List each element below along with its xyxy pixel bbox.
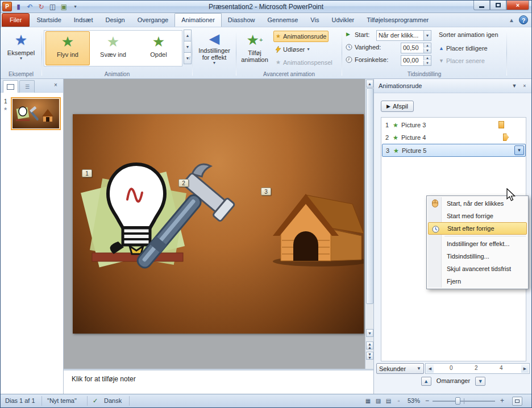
duration-spinner[interactable]: 00,50 ▲ ▼	[401, 43, 431, 53]
slides-tab[interactable]	[3, 80, 18, 93]
animation-item-2-number: 2	[385, 131, 390, 144]
close-slides-panel-icon[interactable]: ×	[54, 82, 57, 88]
animation-pane-icon: ★	[276, 31, 281, 41]
menu-timing[interactable]: Tidsindstilling...	[428, 250, 527, 263]
delay-label: Forsinkelse:	[355, 56, 388, 63]
slide-sorter-view-button[interactable]: ▨	[373, 397, 383, 406]
animation-item-1[interactable]: 1 ★ Picture 3	[382, 119, 525, 131]
spellcheck-icon[interactable]: ✓	[93, 397, 98, 405]
tab-vis[interactable]: Vis	[304, 14, 325, 27]
move-earlier-button[interactable]: ▲ Placer tidligere	[437, 43, 490, 54]
trigger-button[interactable]: Udløser ▾	[273, 44, 312, 55]
scroll-up-icon[interactable]: ▲	[366, 80, 373, 88]
opdel-star-icon: ★	[137, 32, 180, 51]
normal-view-button[interactable]: ▦	[363, 397, 373, 406]
tab-diasshow[interactable]: Diasshow	[222, 14, 261, 27]
pane-close-icon[interactable]: ×	[520, 82, 529, 90]
animation-badge-3[interactable]: 3	[261, 188, 271, 195]
close-button[interactable]: ×	[506, 1, 529, 10]
clipart-bulb-character[interactable]	[81, 164, 186, 268]
animation-badge-2[interactable]: 2	[178, 179, 189, 187]
animation-item-3-star-icon: ★	[393, 144, 399, 157]
theme-name[interactable]: "Nyt tema"	[47, 397, 77, 404]
slideshow-view-button[interactable]: ▫	[394, 397, 404, 406]
tab-animationer[interactable]: Animationer	[174, 13, 222, 27]
lightning-icon	[276, 46, 281, 53]
collapse-ribbon-icon[interactable]: ▲	[509, 17, 514, 23]
delay-up-icon[interactable]: ▲	[423, 56, 431, 60]
tab-udvikler[interactable]: Udvikler	[325, 14, 360, 27]
slide-scrollbar[interactable]: ▲ ▼ ▲▲ ▼▼	[365, 79, 373, 369]
zoom-slider-thumb[interactable]	[455, 397, 460, 405]
group-eksempel: ★ Eksempel ▾ Eksempel	[1, 27, 41, 78]
gallery-item-opdel[interactable]: ★ Opdel	[136, 31, 181, 65]
delay-down-icon[interactable]: ▼	[423, 61, 431, 65]
tab-filer[interactable]: Filer	[2, 13, 30, 27]
zoom-level[interactable]: 53%	[408, 397, 420, 404]
language-indicator[interactable]: Dansk	[104, 397, 122, 404]
animation-item-2-star-icon: ★	[393, 131, 398, 144]
slide-counter: Dias 1 af 1	[5, 397, 35, 404]
seconds-dropdown[interactable]: Sekunder ▼	[376, 363, 424, 374]
animation-item-2-timing-bar[interactable]	[503, 134, 509, 141]
preview-button[interactable]: ★ Eksempel ▾	[5, 30, 37, 69]
reorder-down-button[interactable]: ▼	[475, 377, 485, 386]
menu-remove[interactable]: Fjern	[428, 275, 527, 288]
notes-pane[interactable]: Klik for at tilføje noter	[64, 369, 373, 394]
menu-start-with-previous[interactable]: Start med forrige	[428, 210, 527, 222]
animation-badge-1[interactable]: 1	[82, 169, 92, 177]
tab-tilfojelsesprogrammer[interactable]: Tilføjelsesprogrammer	[360, 14, 435, 27]
slide-thumbnail[interactable]	[11, 97, 61, 130]
start-combo-value: Når der klikk...	[377, 31, 423, 40]
minimize-button[interactable]	[473, 1, 490, 10]
move-later-button[interactable]: ▼ Placer senere	[437, 55, 487, 66]
tab-gennemse[interactable]: Gennemse	[261, 14, 305, 27]
gallery-more-button[interactable]: ▼̸	[184, 52, 192, 64]
outline-tab[interactable]: ☰	[19, 80, 35, 93]
animation-item-3-dropdown-button[interactable]: ▼	[514, 145, 524, 155]
tab-design[interactable]: Design	[99, 14, 131, 27]
tab-startside[interactable]: Startside	[30, 14, 67, 27]
animation-item-1-timing-bar[interactable]	[498, 121, 504, 128]
zoom-out-button[interactable]: −	[422, 397, 432, 406]
animation-painter-button[interactable]: ★ Animationspensel	[273, 57, 335, 68]
start-combo[interactable]: Når der klikk... ▼	[376, 30, 431, 41]
timeline-left-icon[interactable]: ◀	[426, 364, 434, 373]
add-animation-button[interactable]: ★+ Tilføj animation	[238, 30, 271, 69]
clipart-doghouse[interactable]	[273, 194, 364, 267]
play-button[interactable]: ▶ Afspil	[381, 101, 414, 112]
zoom-in-button[interactable]: +	[497, 397, 507, 406]
animation-pane-toggle-button[interactable]: ★ Animationsrude	[273, 31, 329, 42]
tab-indsaet[interactable]: Indsæt	[68, 14, 99, 27]
menu-hide-advanced-timeline[interactable]: Skjul avanceret tidsfrist	[428, 263, 527, 275]
animation-item-2[interactable]: 2 ★ Picture 4	[382, 131, 525, 144]
gallery-item-svaev-ind[interactable]: ★ Svæv ind	[91, 31, 135, 65]
reorder-controls: ▲ Omarranger ▼	[374, 377, 532, 386]
gallery-scroll-up-button[interactable]: ▲	[184, 30, 192, 41]
menu-effect-options[interactable]: Indstillinger for effekt...	[428, 238, 527, 250]
menu-start-after-previous[interactable]: Start efter forrige	[428, 222, 527, 235]
duration-down-icon[interactable]: ▼	[423, 48, 431, 53]
pane-menu-icon[interactable]: ▼	[510, 82, 519, 90]
timeline-right-icon[interactable]: ▶	[521, 364, 529, 373]
tab-overgange[interactable]: Overgange	[131, 14, 174, 27]
maximize-button[interactable]	[490, 1, 506, 10]
effect-options-button[interactable]: ◀ Indstillinger for effekt ▾	[194, 30, 234, 69]
previous-slide-icon[interactable]: ▲▲	[366, 342, 373, 349]
gallery-item-flyv-ind[interactable]: ★ Flyv ind	[45, 31, 90, 65]
reorder-up-button[interactable]: ▲	[421, 377, 431, 386]
animation-item-3[interactable]: 3 ★ Picture 5 ▼	[382, 144, 526, 157]
help-button[interactable]: ?	[519, 15, 528, 24]
scroll-down-icon[interactable]: ▼	[366, 329, 373, 337]
menu-hide-advanced-timeline-label: Skjul avanceret tidsfrist	[447, 265, 511, 272]
slide-canvas[interactable]: 1 2 3	[73, 114, 364, 334]
fit-to-window-button[interactable]	[512, 397, 522, 406]
reading-view-button[interactable]: ▤	[384, 397, 393, 406]
duration-up-icon[interactable]: ▲	[423, 43, 431, 48]
next-slide-icon[interactable]: ▼▼	[366, 352, 373, 360]
gallery-scroll-down-button[interactable]: ▼	[184, 41, 192, 53]
group-label-tidsindstilling: Tidsindstilling	[342, 71, 506, 77]
flyv-ind-label: Flyv ind	[57, 51, 78, 58]
delay-spinner[interactable]: 00,00 ▲ ▼	[401, 55, 431, 66]
scrollbar-thumb[interactable]	[366, 88, 373, 304]
